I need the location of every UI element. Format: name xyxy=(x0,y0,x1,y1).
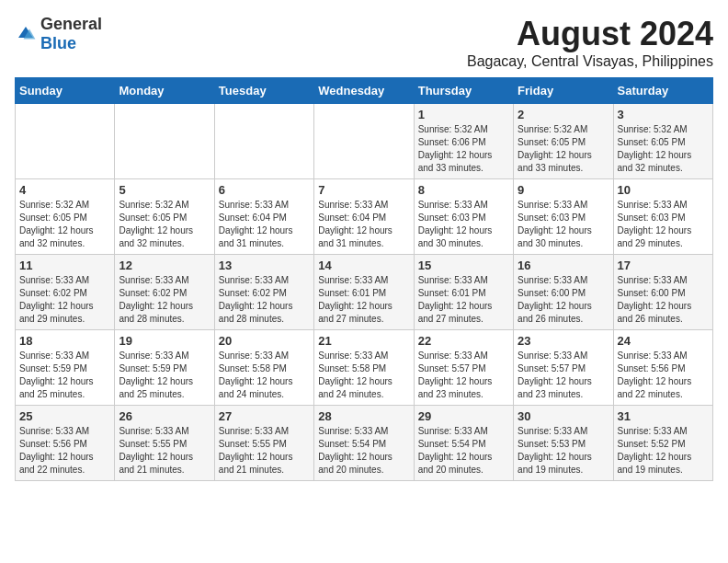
cell-sun-info: Sunrise: 5:33 AM Sunset: 5:55 PM Dayligh… xyxy=(119,425,210,477)
cell-sun-info: Sunrise: 5:33 AM Sunset: 6:03 PM Dayligh… xyxy=(518,199,609,250)
day-number: 24 xyxy=(618,334,709,348)
calendar-cell: 2Sunrise: 5:32 AM Sunset: 6:05 PM Daylig… xyxy=(514,104,613,179)
calendar-cell: 21Sunrise: 5:33 AM Sunset: 5:58 PM Dayli… xyxy=(314,330,414,406)
day-number: 12 xyxy=(119,259,210,272)
cell-sun-info: Sunrise: 5:32 AM Sunset: 6:05 PM Dayligh… xyxy=(119,199,210,250)
calendar-cell: 28Sunrise: 5:33 AM Sunset: 5:54 PM Dayli… xyxy=(314,406,414,481)
cell-sun-info: Sunrise: 5:33 AM Sunset: 6:00 PM Dayligh… xyxy=(518,274,609,326)
logo-general-text: General xyxy=(40,15,102,33)
calendar-cell: 22Sunrise: 5:33 AM Sunset: 5:57 PM Dayli… xyxy=(414,330,513,406)
calendar-cell: 3Sunrise: 5:32 AM Sunset: 6:05 PM Daylig… xyxy=(613,104,712,179)
day-number: 14 xyxy=(318,259,409,272)
cell-sun-info: Sunrise: 5:33 AM Sunset: 5:56 PM Dayligh… xyxy=(19,425,110,477)
calendar-cell: 25Sunrise: 5:33 AM Sunset: 5:56 PM Dayli… xyxy=(16,406,115,481)
calendar-cell: 27Sunrise: 5:33 AM Sunset: 5:55 PM Dayli… xyxy=(214,406,313,481)
calendar-week-row: 4Sunrise: 5:32 AM Sunset: 6:05 PM Daylig… xyxy=(16,179,713,255)
calendar-cell: 5Sunrise: 5:32 AM Sunset: 6:05 PM Daylig… xyxy=(115,179,214,255)
cell-sun-info: Sunrise: 5:33 AM Sunset: 6:04 PM Dayligh… xyxy=(318,199,409,250)
calendar-cell: 17Sunrise: 5:33 AM Sunset: 6:00 PM Dayli… xyxy=(613,255,712,330)
weekday-header-sunday: Sunday xyxy=(16,78,115,104)
weekday-header-friday: Friday xyxy=(514,78,613,104)
cell-sun-info: Sunrise: 5:33 AM Sunset: 6:01 PM Dayligh… xyxy=(418,274,509,326)
calendar-cell: 7Sunrise: 5:33 AM Sunset: 6:04 PM Daylig… xyxy=(314,179,414,255)
calendar-cell: 19Sunrise: 5:33 AM Sunset: 5:59 PM Dayli… xyxy=(115,330,214,406)
cell-sun-info: Sunrise: 5:33 AM Sunset: 6:02 PM Dayligh… xyxy=(119,274,210,326)
calendar-cell: 9Sunrise: 5:33 AM Sunset: 6:03 PM Daylig… xyxy=(514,179,613,255)
calendar-cell xyxy=(16,104,115,179)
cell-sun-info: Sunrise: 5:32 AM Sunset: 6:05 PM Dayligh… xyxy=(19,199,110,250)
month-year-title: August 2024 xyxy=(467,15,713,53)
day-number: 27 xyxy=(219,409,310,423)
cell-sun-info: Sunrise: 5:33 AM Sunset: 5:55 PM Dayligh… xyxy=(219,425,310,477)
cell-sun-info: Sunrise: 5:33 AM Sunset: 6:04 PM Dayligh… xyxy=(219,199,310,250)
day-number: 19 xyxy=(119,334,210,348)
calendar-cell: 18Sunrise: 5:33 AM Sunset: 5:59 PM Dayli… xyxy=(16,330,115,406)
cell-sun-info: Sunrise: 5:33 AM Sunset: 5:57 PM Dayligh… xyxy=(418,350,509,401)
cell-sun-info: Sunrise: 5:33 AM Sunset: 5:56 PM Dayligh… xyxy=(618,350,709,401)
day-number: 10 xyxy=(618,183,709,197)
cell-sun-info: Sunrise: 5:33 AM Sunset: 5:53 PM Dayligh… xyxy=(518,425,609,477)
calendar-cell: 24Sunrise: 5:33 AM Sunset: 5:56 PM Dayli… xyxy=(613,330,712,406)
calendar-cell: 30Sunrise: 5:33 AM Sunset: 5:53 PM Dayli… xyxy=(514,406,613,481)
day-number: 26 xyxy=(119,409,210,423)
calendar-cell: 14Sunrise: 5:33 AM Sunset: 6:01 PM Dayli… xyxy=(314,255,414,330)
day-number: 25 xyxy=(19,409,110,423)
calendar-cell: 29Sunrise: 5:33 AM Sunset: 5:54 PM Dayli… xyxy=(414,406,513,481)
cell-sun-info: Sunrise: 5:33 AM Sunset: 6:01 PM Dayligh… xyxy=(318,274,409,326)
calendar-cell xyxy=(214,104,313,179)
logo: General Blue xyxy=(15,15,102,53)
calendar-cell: 1Sunrise: 5:32 AM Sunset: 6:06 PM Daylig… xyxy=(414,104,513,179)
calendar-cell: 11Sunrise: 5:33 AM Sunset: 6:02 PM Dayli… xyxy=(16,255,115,330)
day-number: 6 xyxy=(219,183,310,197)
cell-sun-info: Sunrise: 5:33 AM Sunset: 5:59 PM Dayligh… xyxy=(19,350,110,401)
cell-sun-info: Sunrise: 5:33 AM Sunset: 5:57 PM Dayligh… xyxy=(518,350,609,401)
calendar-cell xyxy=(115,104,214,179)
day-number: 20 xyxy=(219,334,310,348)
weekday-header-monday: Monday xyxy=(115,78,214,104)
cell-sun-info: Sunrise: 5:33 AM Sunset: 5:54 PM Dayligh… xyxy=(318,425,409,477)
day-number: 28 xyxy=(318,409,409,423)
weekday-header-row: SundayMondayTuesdayWednesdayThursdayFrid… xyxy=(16,78,713,104)
day-number: 11 xyxy=(19,259,110,272)
day-number: 31 xyxy=(618,409,709,423)
calendar-cell: 10Sunrise: 5:33 AM Sunset: 6:03 PM Dayli… xyxy=(613,179,712,255)
calendar-cell: 8Sunrise: 5:33 AM Sunset: 6:03 PM Daylig… xyxy=(414,179,513,255)
weekday-header-saturday: Saturday xyxy=(613,78,712,104)
header: General Blue August 2024 Bagacay, Centra… xyxy=(15,15,713,70)
day-number: 2 xyxy=(518,108,609,121)
day-number: 15 xyxy=(418,259,509,272)
calendar-week-row: 25Sunrise: 5:33 AM Sunset: 5:56 PM Dayli… xyxy=(16,406,713,481)
weekday-header-thursday: Thursday xyxy=(414,78,513,104)
calendar-cell xyxy=(314,104,414,179)
day-number: 29 xyxy=(418,409,509,423)
cell-sun-info: Sunrise: 5:33 AM Sunset: 5:52 PM Dayligh… xyxy=(618,425,709,477)
cell-sun-info: Sunrise: 5:33 AM Sunset: 6:03 PM Dayligh… xyxy=(618,199,709,250)
calendar-week-row: 11Sunrise: 5:33 AM Sunset: 6:02 PM Dayli… xyxy=(16,255,713,330)
cell-sun-info: Sunrise: 5:33 AM Sunset: 6:00 PM Dayligh… xyxy=(618,274,709,326)
calendar-cell: 4Sunrise: 5:32 AM Sunset: 6:05 PM Daylig… xyxy=(16,179,115,255)
cell-sun-info: Sunrise: 5:33 AM Sunset: 5:59 PM Dayligh… xyxy=(119,350,210,401)
cell-sun-info: Sunrise: 5:32 AM Sunset: 6:05 PM Dayligh… xyxy=(518,123,609,175)
day-number: 18 xyxy=(19,334,110,348)
title-area: August 2024 Bagacay, Central Visayas, Ph… xyxy=(467,15,713,70)
calendar-cell: 16Sunrise: 5:33 AM Sunset: 6:00 PM Dayli… xyxy=(514,255,613,330)
cell-sun-info: Sunrise: 5:33 AM Sunset: 5:58 PM Dayligh… xyxy=(219,350,310,401)
location-subtitle: Bagacay, Central Visayas, Philippines xyxy=(467,53,713,70)
day-number: 4 xyxy=(19,183,110,197)
calendar-cell: 12Sunrise: 5:33 AM Sunset: 6:02 PM Dayli… xyxy=(115,255,214,330)
day-number: 3 xyxy=(618,108,709,121)
cell-sun-info: Sunrise: 5:33 AM Sunset: 6:02 PM Dayligh… xyxy=(219,274,310,326)
day-number: 9 xyxy=(518,183,609,197)
day-number: 13 xyxy=(219,259,310,272)
day-number: 7 xyxy=(318,183,409,197)
logo-blue-text: Blue xyxy=(40,34,76,52)
cell-sun-info: Sunrise: 5:32 AM Sunset: 6:06 PM Dayligh… xyxy=(418,123,509,175)
calendar-week-row: 1Sunrise: 5:32 AM Sunset: 6:06 PM Daylig… xyxy=(16,104,713,179)
day-number: 5 xyxy=(119,183,210,197)
calendar-cell: 31Sunrise: 5:33 AM Sunset: 5:52 PM Dayli… xyxy=(613,406,712,481)
day-number: 1 xyxy=(418,108,509,121)
day-number: 21 xyxy=(318,334,409,348)
weekday-header-tuesday: Tuesday xyxy=(214,78,313,104)
day-number: 8 xyxy=(418,183,509,197)
cell-sun-info: Sunrise: 5:33 AM Sunset: 6:02 PM Dayligh… xyxy=(19,274,110,326)
